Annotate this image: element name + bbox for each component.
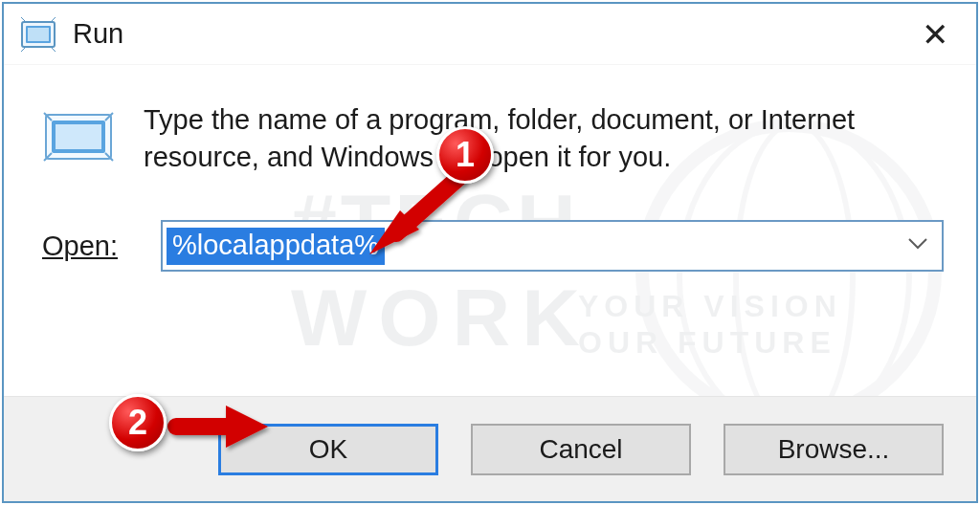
close-button[interactable]: ✕ (902, 8, 969, 61)
annotation-badge-1-text: 1 (456, 135, 475, 175)
annotation-badge-1: 1 (436, 126, 494, 184)
close-icon: ✕ (922, 15, 948, 54)
annotation-arrow-2 (165, 400, 279, 453)
cancel-button[interactable]: Cancel (471, 424, 691, 475)
open-label: Open: (42, 231, 138, 262)
window-title: Run (73, 18, 123, 50)
annotation-badge-2-text: 2 (128, 403, 147, 443)
ok-button-label: OK (309, 434, 347, 465)
cancel-button-label: Cancel (539, 434, 622, 465)
watermark-sub1: YOUR VISION (578, 289, 842, 324)
watermark-sub2: OUR FUTURE (578, 325, 836, 361)
watermark-line2: WORK (291, 272, 591, 364)
svg-rect-5 (56, 124, 101, 149)
open-input-value[interactable]: %localappdata% (167, 228, 385, 265)
run-large-icon (40, 107, 117, 166)
run-dialog-window: #TECH WORK YOUR VISION OUR FUTURE Run ✕ (2, 2, 978, 503)
title-bar[interactable]: Run ✕ (4, 4, 976, 65)
browse-button[interactable]: Browse... (724, 424, 944, 475)
chevron-down-icon[interactable] (907, 237, 928, 254)
svg-rect-2 (28, 28, 49, 41)
browse-button-label: Browse... (778, 434, 890, 465)
description-text: Type the name of a program, folder, docu… (144, 101, 947, 176)
annotation-badge-2: 2 (109, 394, 167, 451)
run-app-icon (19, 15, 57, 54)
open-combobox[interactable]: %localappdata% (161, 220, 944, 272)
